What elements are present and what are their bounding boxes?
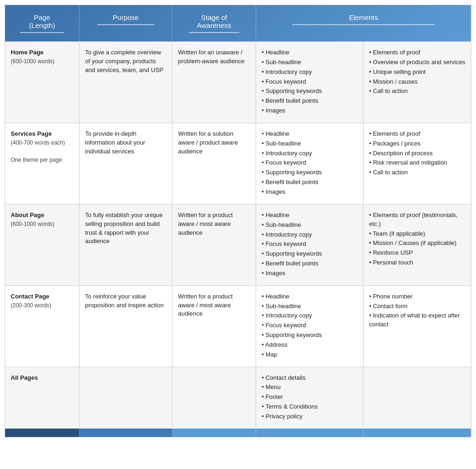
list-item: Address: [262, 341, 357, 350]
list-item: Privacy policy: [262, 412, 357, 421]
list-item: Mission / Causes (if applicable): [369, 239, 465, 248]
cell-elements-left: HeadlineSub-headlineIntroductory copyFoc…: [256, 286, 364, 367]
list-item: Supporting keywords: [262, 250, 357, 258]
cell-elements-right: Elements of proofOverview of products an…: [364, 42, 471, 123]
list-item: Call to action: [369, 168, 465, 177]
list-item: Terms & Conditions: [262, 403, 357, 411]
list-item: Personal touch: [369, 258, 465, 267]
list-item: Sub-headline: [262, 221, 357, 230]
cell-elements-right: Elements of proofPackages / pricesDescri…: [364, 123, 471, 204]
cell-elements-left: HeadlineSub-headlineIntroductory copyFoc…: [256, 42, 364, 123]
list-item: Introductory copy: [262, 231, 357, 239]
list-item: Headline: [262, 292, 357, 301]
cell-purpose: To reinforce your value proposition and …: [79, 286, 172, 367]
cell-elements-right: [364, 367, 471, 429]
list-item: Benefit bullet points: [262, 97, 357, 106]
cell-elements-right: Phone numberContact formIndication of wh…: [364, 286, 471, 367]
list-item: Map: [262, 350, 357, 359]
cell-page: Contact Page(200-300 words): [5, 286, 79, 367]
header-elements: Elements: [256, 5, 471, 41]
header-page: Page (Length): [5, 5, 79, 41]
table-row: Contact Page(200-300 words)To reinforce …: [5, 285, 471, 367]
footer-bar: [5, 429, 471, 437]
list-item: Images: [262, 106, 357, 115]
table-header: Page (Length) Purpose Stage of Awareness…: [5, 5, 471, 41]
list-item: Menu: [262, 383, 357, 392]
list-item: Indication of what to expect after conta…: [369, 311, 465, 329]
cell-elements-left: HeadlineSub-headlineIntroductory copyFoc…: [256, 123, 364, 204]
cell-awareness: Written for a product aware / most aware…: [172, 205, 256, 285]
list-item: Images: [262, 188, 357, 197]
footer-seg-4: [256, 429, 364, 437]
cell-purpose: To provide in-depth information about yo…: [79, 123, 172, 204]
list-item: Headline: [262, 48, 357, 57]
list-item: Introductory copy: [262, 68, 357, 77]
table-row: About Page(600-1000 words)To fully estab…: [5, 204, 471, 285]
cell-page: All Pages: [5, 367, 79, 429]
cell-page: Home Page(600-1000 words): [5, 42, 79, 123]
main-table: Page (Length) Purpose Stage of Awareness…: [5, 5, 471, 437]
header-purpose: Purpose: [79, 5, 172, 41]
list-item: Headline: [262, 211, 357, 220]
list-item: Risk reversal and mitigation: [369, 159, 465, 167]
list-item: Benefit bullet points: [262, 178, 357, 187]
footer-seg-1: [5, 429, 79, 437]
table-row: Services Page(400-700 words each) One th…: [5, 123, 471, 204]
cell-page: Services Page(400-700 words each) One th…: [5, 123, 79, 204]
footer-seg-3: [172, 429, 256, 437]
cell-elements-left: HeadlineSub-headlineIntroductory copyFoc…: [256, 205, 364, 285]
table-row: All PagesContact detailsMenuFooterTerms …: [5, 367, 471, 429]
list-item: Phone number: [369, 292, 465, 301]
cell-awareness: [172, 367, 256, 429]
list-item: Packages / prices: [369, 139, 465, 148]
list-item: Sub-headline: [262, 302, 357, 311]
footer-seg-2: [79, 429, 172, 437]
list-item: Elements of proof: [369, 130, 465, 139]
list-item: Elements of proof: [369, 48, 465, 57]
header-awareness: Stage of Awareness: [172, 5, 256, 41]
cell-purpose: To give a complete overview of your comp…: [79, 42, 172, 123]
list-item: Sub-headline: [262, 58, 357, 67]
list-item: Supporting keywords: [262, 168, 357, 177]
list-item: Headline: [262, 130, 357, 139]
list-item: Footer: [262, 393, 357, 402]
cell-purpose: [79, 367, 172, 429]
cell-elements-left: Contact detailsMenuFooterTerms & Conditi…: [256, 367, 364, 429]
list-item: Contact form: [369, 302, 465, 311]
list-item: Unique selling point: [369, 68, 465, 77]
list-item: Reinforce USP: [369, 249, 465, 258]
list-item: Supporting keywords: [262, 87, 357, 96]
cell-elements-right: Elements of proof (testimonials, etc.)Te…: [364, 205, 471, 285]
cell-page: About Page(600-1000 words): [5, 205, 79, 285]
table-row: Home Page(600-1000 words)To give a compl…: [5, 41, 471, 123]
list-item: Sub-headline: [262, 139, 357, 148]
list-item: Elements of proof (testimonials, etc.): [369, 211, 465, 229]
list-item: Overview of products and services: [369, 58, 465, 67]
list-item: Mission / causes: [369, 78, 465, 86]
list-item: Focus keyword: [262, 159, 357, 167]
list-item: Focus keyword: [262, 78, 357, 86]
list-item: Focus keyword: [262, 240, 357, 249]
list-item: Supporting keywords: [262, 331, 357, 340]
cell-awareness: Written for a solution aware / product a…: [172, 123, 256, 204]
list-item: Introductory copy: [262, 149, 357, 158]
cell-awareness: Written for a product aware / most aware…: [172, 286, 256, 367]
list-item: Call to action: [369, 87, 465, 96]
list-item: Focus keyword: [262, 321, 357, 330]
list-item: Images: [262, 269, 357, 278]
list-item: Contact details: [262, 374, 357, 383]
list-item: Benefit bullet points: [262, 259, 357, 268]
footer-seg-5: [364, 429, 471, 437]
list-item: Description of process: [369, 149, 465, 158]
cell-awareness: Written for an unaware / problem-aware a…: [172, 42, 256, 123]
table-body: Home Page(600-1000 words)To give a compl…: [5, 41, 471, 429]
list-item: Introductory copy: [262, 311, 357, 320]
list-item: Team (if applicable): [369, 230, 465, 238]
cell-purpose: To fully establish your unique selling p…: [79, 205, 172, 285]
